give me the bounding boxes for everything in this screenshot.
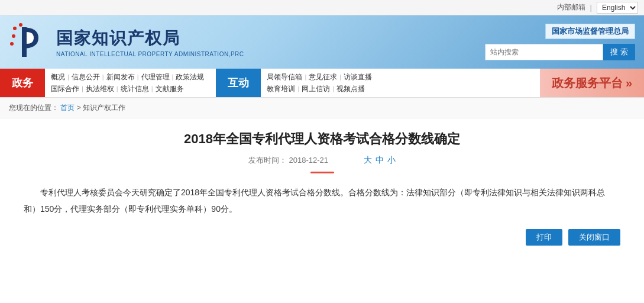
nav-link-policy[interactable]: 政策法规 bbox=[176, 72, 204, 82]
logo-text-area: 国家知识产权局 NATIONAL INTELLECTUAL PROPERTY A… bbox=[56, 27, 244, 57]
nav-link-agency[interactable]: 代理管理 bbox=[141, 72, 170, 82]
breadcrumb-home[interactable]: 首页 bbox=[60, 104, 75, 112]
platform-text: 政务服务平台 bbox=[552, 75, 623, 91]
search-input[interactable] bbox=[485, 44, 603, 60]
article-title: 2018年全国专利代理人资格考试合格分数线确定 bbox=[24, 130, 620, 148]
platform-btn[interactable]: 政务服务平台 » bbox=[540, 69, 644, 97]
nav-link-opinion[interactable]: 意见征求 bbox=[309, 72, 337, 82]
logo-area: 国家知识产权局 NATIONAL INTELLECTUAL PROPERTY A… bbox=[9, 21, 244, 63]
title-divider bbox=[310, 172, 334, 173]
font-size-small[interactable]: 小 bbox=[387, 155, 396, 166]
publish-label: 发布时间： bbox=[248, 156, 287, 165]
breadcrumb-current: 知识产权工作 bbox=[83, 104, 125, 112]
content-area: 2018年全国专利代理人资格考试合格分数线确定 发布时间： 2018-12-21… bbox=[0, 118, 644, 263]
interaction-row2: 教育培训 | 网上信访 | 视频点播 bbox=[267, 84, 372, 94]
nav-bar: 政务 概况 | 信息公开 | 新闻发布 | 代理管理 | 政策法规 国际合作 |… bbox=[0, 69, 644, 98]
nav-link-interview[interactable]: 访谈直播 bbox=[344, 72, 372, 82]
politics-main-btn[interactable]: 政务 bbox=[0, 69, 45, 97]
nav-link-leader-mail[interactable]: 局领导信箱 bbox=[267, 72, 302, 82]
logo-en-text: NATIONAL INTELLECTUAL PROPERTY ADMINISTR… bbox=[56, 51, 244, 57]
breadcrumb: 您现在的位置： 首页 > 知识产权工作 bbox=[0, 98, 644, 118]
language-select[interactable]: English 中文 bbox=[597, 2, 638, 14]
svg-point-1 bbox=[19, 23, 22, 27]
svg-point-3 bbox=[10, 42, 14, 46]
interaction-nav-links: 局领导信箱 | 意见征求 | 访谈直播 教育培训 | 网上信访 | 视频点播 bbox=[261, 69, 378, 97]
interaction-main-btn[interactable]: 互动 bbox=[216, 69, 261, 97]
font-size-controls: 大 中 小 bbox=[364, 155, 396, 166]
publish-date: 2018-12-21 bbox=[289, 156, 329, 165]
action-buttons: 打印 关闭窗口 bbox=[24, 229, 620, 246]
top-bar: 内部邮箱 | English 中文 bbox=[0, 0, 644, 15]
politics-nav-links: 概况 | 信息公开 | 新闻发布 | 代理管理 | 政策法规 国际合作 | 执法… bbox=[45, 69, 210, 97]
svg-point-2 bbox=[12, 34, 15, 38]
nav-link-stats[interactable]: 统计信息 bbox=[121, 84, 149, 94]
politics-row2: 国际合作 | 执法维权 | 统计信息 | 文献服务 bbox=[51, 84, 204, 94]
logo-icon bbox=[9, 21, 50, 63]
nav-link-enforce[interactable]: 执法维权 bbox=[86, 84, 114, 94]
nav-link-news[interactable]: 新闻发布 bbox=[106, 72, 135, 82]
nav-link-intl[interactable]: 国际合作 bbox=[51, 84, 79, 94]
svg-point-0 bbox=[13, 27, 17, 30]
header: 国家知识产权局 NATIONAL INTELLECTUAL PROPERTY A… bbox=[0, 15, 644, 69]
nav-link-video[interactable]: 视频点播 bbox=[336, 84, 365, 94]
org-name: 国家市场监督管理总局 bbox=[545, 24, 635, 39]
font-size-large[interactable]: 大 bbox=[364, 155, 372, 166]
header-right: 国家市场监督管理总局 搜 索 bbox=[485, 24, 635, 60]
politics-row1: 概况 | 信息公开 | 新闻发布 | 代理管理 | 政策法规 bbox=[51, 72, 204, 82]
article-body: 专利代理人考核委员会今天研究确定了2018年全国专利代理人资格考试合格分数线。合… bbox=[24, 184, 620, 217]
top-bar-divider: | bbox=[590, 3, 592, 12]
platform-arrow-icon: » bbox=[626, 76, 632, 90]
logo-cn-text: 国家知识产权局 bbox=[56, 27, 244, 50]
nav-link-docs[interactable]: 文献服务 bbox=[156, 84, 184, 94]
search-area: 搜 索 bbox=[485, 44, 635, 60]
interaction-row1: 局领导信箱 | 意见征求 | 访谈直播 bbox=[267, 72, 372, 82]
nav-link-edu[interactable]: 教育培训 bbox=[267, 84, 295, 94]
breadcrumb-prefix: 您现在的位置： bbox=[9, 104, 59, 112]
nav-link-overview[interactable]: 概况 bbox=[51, 72, 65, 82]
close-button[interactable]: 关闭窗口 bbox=[568, 229, 620, 246]
nav-link-info-open[interactable]: 信息公开 bbox=[72, 72, 100, 82]
publish-info: 发布时间： 2018-12-21 bbox=[248, 155, 328, 166]
nav-link-petition[interactable]: 网上信访 bbox=[302, 84, 330, 94]
internal-mail-link[interactable]: 内部邮箱 bbox=[557, 2, 585, 12]
print-button[interactable]: 打印 bbox=[526, 229, 562, 246]
article-meta: 发布时间： 2018-12-21 大 中 小 bbox=[24, 155, 620, 166]
font-size-mid[interactable]: 中 bbox=[376, 155, 384, 166]
search-button[interactable]: 搜 索 bbox=[603, 44, 635, 60]
breadcrumb-sep1: > bbox=[77, 104, 83, 112]
